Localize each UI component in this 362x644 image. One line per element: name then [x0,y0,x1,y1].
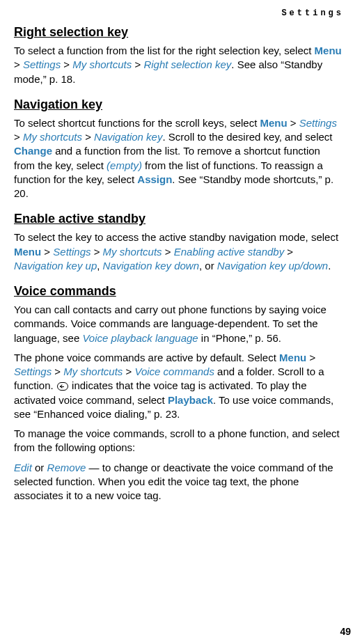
ki-edit: Edit [14,462,32,473]
ki-rsk: Right selection key [143,58,231,70]
text: > [14,58,23,70]
text: in “Phone,” p. 56. [198,332,281,344]
heading-right-selection-key: Right selection key [14,25,344,40]
voice-tag-icon [57,382,68,391]
ki-myshortcuts: My shortcuts [72,58,132,70]
para-eas: To select the key to access the active s… [14,230,344,273]
text: To select the key to access the active s… [14,231,338,243]
para-vc3: To manage the voice commands, scroll to … [14,427,344,455]
heading-voice-commands: Voice commands [14,284,344,299]
text: > [52,366,63,377]
text: > [306,352,315,363]
heading-navigation-key: Navigation key [14,97,344,112]
kw-menu: Menu [14,246,41,258]
ki-settings: Settings [23,58,61,70]
para-rsk: To select a function from the list for t… [14,44,344,86]
kw-playback: Playback [168,394,213,406]
ki-myshortcuts: My shortcuts [103,246,162,258]
kw-change: Change [14,145,52,157]
kw-menu: Menu [260,117,287,129]
text: > [123,366,134,377]
text: > [284,246,293,258]
ki-empty: (empty) [107,159,142,171]
text: or [32,462,47,473]
text: > [61,58,72,70]
text: . Scroll to the desired key, and select [162,131,332,143]
kw-menu: Menu [279,352,306,363]
ki-eas: Enabling active standby [174,246,284,258]
ki-vpl: Voice playback language [82,332,198,344]
text: > [288,117,299,129]
text: > [162,246,174,258]
ki-navkey: Navigation key [94,131,162,143]
ki-settings: Settings [299,117,337,129]
text: > [132,58,143,70]
ki-settings: Settings [14,366,52,377]
ki-myshortcuts: My shortcuts [63,366,123,377]
text: , [97,260,102,272]
text: > [82,131,94,143]
text: . [328,260,331,272]
text: , or [199,260,217,272]
text: To select a function from the list for t… [14,45,315,56]
page-number: 49 [340,626,351,637]
para-vc4: Edit or Remove — to change or deactivate… [14,461,344,503]
text: To select shortcut functions for the scr… [14,117,260,129]
para-vc1: You can call contacts and carry out phon… [14,303,344,345]
ki-myshortcuts: My shortcuts [23,131,82,143]
text: > [41,246,53,258]
ki-nkud: Navigation key up/down [217,260,328,272]
ki-nkd: Navigation key down [103,260,199,272]
heading-enable-active-standby: Enable active standby [14,212,344,226]
ki-remove: Remove [47,462,86,473]
ki-nku: Navigation key up [14,260,97,272]
ki-voicecommands: Voice commands [134,366,214,377]
kw-menu: Menu [315,45,342,56]
para-navkey: To select shortcut functions for the scr… [14,116,344,201]
kw-assign: Assign [137,173,172,185]
para-vc2: The phone voice commands are active by d… [14,351,344,421]
ki-settings: Settings [53,246,90,258]
page-header: Settings [14,8,344,18]
text: > [14,131,23,143]
text: > [90,246,102,258]
text: The phone voice commands are active by d… [14,352,279,363]
